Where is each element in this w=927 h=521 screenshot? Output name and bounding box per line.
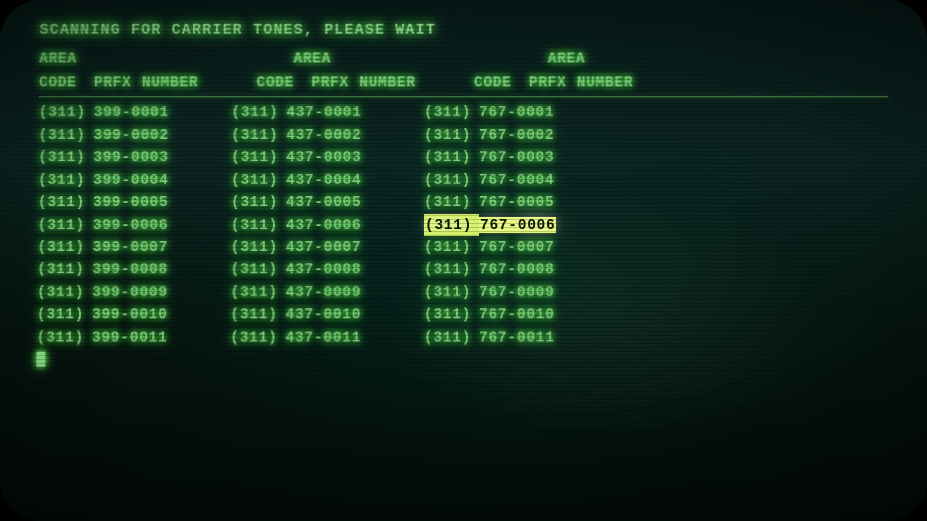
- table-cell: (311): [230, 281, 285, 304]
- table-cell: 399-0002: [93, 124, 203, 146]
- table-cell: (311): [424, 191, 479, 213]
- table-cell: (311): [424, 304, 479, 327]
- table-cell: [203, 236, 231, 259]
- table-cell: 767-0004: [479, 169, 589, 191]
- table-row: (311)399-0010 (311)437-0010 (311)767-001…: [37, 304, 890, 327]
- table-cell: 437-0005: [286, 191, 396, 213]
- subheader-prfx-1: PRFX: [94, 71, 142, 93]
- table-cell: (311): [37, 236, 92, 259]
- table-cell: 437-0001: [286, 101, 396, 123]
- table-row: (311)399-0001 (311)437-0001 (311)767-000…: [39, 101, 889, 123]
- table-cell: (311): [230, 326, 285, 349]
- table-row: (311)399-0008 (311)437-0008 (311)767-000…: [37, 259, 890, 282]
- subheader-code-3: CODE: [474, 71, 529, 93]
- table-cell: 767-0010: [479, 304, 589, 327]
- table-cell: 399-0010: [92, 304, 202, 327]
- table-cell: [396, 146, 424, 168]
- subheader-code-1: CODE: [39, 71, 94, 93]
- table-cell: [203, 214, 231, 236]
- table-cell: [396, 169, 424, 191]
- table-row: (311)399-0005 (311)437-0005 (311)767-000…: [38, 191, 889, 213]
- cursor-line: [36, 349, 890, 372]
- table-cell: (311): [424, 281, 479, 304]
- table-cell-highlighted: 767-0006: [479, 214, 589, 236]
- table-cell: 437-0010: [285, 304, 395, 327]
- subheader-prfx-2: PRFX: [311, 71, 359, 93]
- table-cell: 767-0002: [479, 124, 589, 146]
- table-cell: (311): [231, 259, 286, 282]
- table-cell: 437-0007: [286, 236, 396, 259]
- table-cell: 399-0007: [92, 236, 202, 259]
- table-cell: [203, 191, 231, 213]
- table-cell: 767-0001: [479, 101, 589, 123]
- table-cell: (311): [230, 304, 285, 327]
- table-cell: [202, 326, 230, 349]
- table-cell: [396, 304, 424, 327]
- table-cell: (311): [424, 101, 479, 123]
- header-area-2: AREA: [293, 48, 348, 70]
- header-spacer-2: [348, 48, 547, 70]
- table-cell: [203, 146, 231, 168]
- table-cell: (311): [424, 124, 479, 146]
- table-cell: (311): [37, 304, 92, 327]
- table-cell: [203, 259, 231, 282]
- table-cell: [203, 124, 231, 146]
- screen-container: SCANNING FOR CARRIER TONES, PLEASE WAIT …: [0, 0, 927, 521]
- table-cell: 399-0011: [92, 326, 202, 349]
- table-cell: 399-0001: [94, 101, 204, 123]
- table-cell: (311): [231, 101, 286, 123]
- table-cell: 437-0002: [286, 124, 396, 146]
- table-row: (311)399-0004 (311)437-0004 (311)767-000…: [38, 169, 889, 191]
- header-divider: [39, 96, 888, 97]
- table-cell: (311): [37, 259, 92, 282]
- table-cell: [396, 259, 424, 282]
- table-cell: [396, 214, 424, 236]
- table-cell: (311): [38, 191, 93, 213]
- table-cell: (311): [231, 146, 286, 168]
- table-cell: [396, 124, 424, 146]
- subheader-number-3: NUMBER: [577, 71, 633, 93]
- table-cell: 767-0009: [479, 281, 589, 304]
- table-cell: 437-0006: [286, 214, 396, 236]
- data-rows: (311)399-0001 (311)437-0001 (311)767-000…: [37, 101, 891, 348]
- table-cell: 399-0008: [92, 259, 202, 282]
- table-row: (311)399-0009 (311)437-0009 (311)767-000…: [37, 281, 890, 304]
- subheader-number-1: NUMBER: [142, 71, 257, 93]
- table-cell: (311): [424, 169, 479, 191]
- table-cell: 767-0011: [479, 326, 589, 349]
- table-cell: (311): [37, 326, 92, 349]
- header-spacer-1: [94, 48, 294, 70]
- table-cell: (311): [231, 169, 286, 191]
- table-cell: 399-0006: [93, 214, 203, 236]
- table-cell: (311): [424, 326, 479, 349]
- table-cell: (311): [231, 191, 286, 213]
- table-row: (311)399-0011 (311)437-0011 (311)767-001…: [37, 326, 891, 349]
- table-row: (311)399-0007 (311)437-0007 (311)767-000…: [37, 236, 889, 259]
- table-cell: (311): [38, 146, 93, 168]
- table-cell: 437-0011: [285, 326, 395, 349]
- table-cell: 437-0009: [286, 281, 396, 304]
- table-cell: (311): [38, 169, 93, 191]
- subheader-number-2: NUMBER: [359, 71, 474, 93]
- table-cell: [202, 304, 230, 327]
- table-cell: (311): [424, 214, 479, 236]
- table-cell: [203, 101, 231, 123]
- table-cell: (311): [424, 236, 479, 259]
- table-cell: 767-0007: [479, 236, 589, 259]
- table-cell: 399-0005: [93, 191, 203, 213]
- terminal-display: SCANNING FOR CARRIER TONES, PLEASE WAIT …: [38, 18, 889, 503]
- table-cell: (311): [38, 124, 93, 146]
- table-cell: (311): [231, 124, 286, 146]
- table-cell: 437-0004: [286, 169, 396, 191]
- table-cell: [396, 326, 424, 349]
- table-row: (311)399-0006 (311)437-0006 (311)767-000…: [38, 214, 890, 236]
- table-cell: (311): [37, 281, 92, 304]
- table-cell: 399-0003: [93, 146, 203, 168]
- table-cell: 399-0004: [93, 169, 203, 191]
- header-area-1: AREA: [39, 48, 94, 70]
- table-cell: (311): [231, 236, 286, 259]
- table-cell: (311): [39, 101, 94, 123]
- table-cell: 399-0009: [92, 281, 202, 304]
- table-row: (311)399-0002 (311)437-0002 (311)767-000…: [38, 124, 888, 146]
- table-cell: 767-0003: [479, 146, 589, 168]
